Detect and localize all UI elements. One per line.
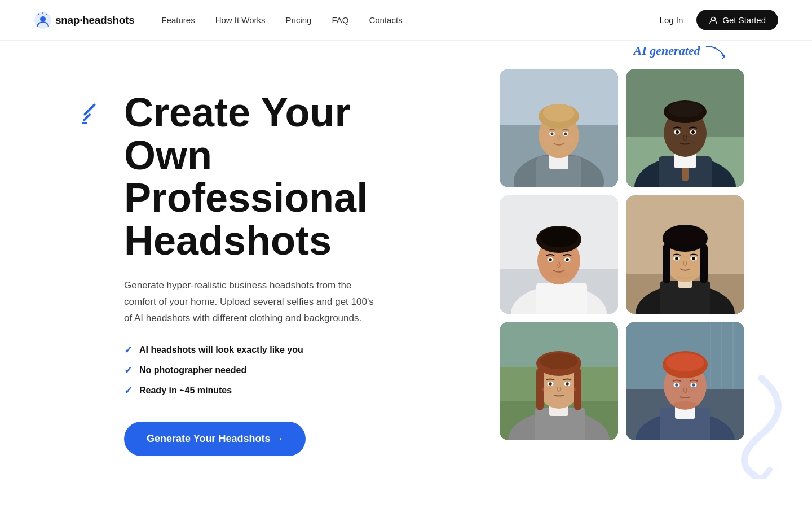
photo-cell-2 [626,69,744,187]
svg-point-92 [666,353,704,371]
svg-point-33 [676,130,679,134]
ai-generated-annotation: AI generated [634,43,727,61]
portrait-3 [500,195,618,314]
hero-content: Create Your Own Professional Headshots G… [124,75,417,456]
portrait-2 [626,69,744,187]
ai-arrow-icon [705,44,727,61]
nav-links: Features How It Works Pricing FAQ Contac… [161,15,402,25]
photo-cell-1 [500,69,618,187]
photo-cell-4 [626,195,744,314]
photo-grid [500,69,744,440]
nav-link-faq[interactable]: FAQ [332,15,348,25]
navbar: snap·headshots Features How It Works Pri… [0,0,812,41]
logo-text: snap·headshots [55,14,134,27]
user-icon [709,16,718,25]
nav-link-features[interactable]: Features [161,15,195,25]
hero-description: Generate hyper-realistic business headsh… [124,278,383,327]
photo-cell-6 [626,322,744,440]
svg-point-45 [549,258,552,261]
svg-point-78 [566,382,569,386]
svg-point-99 [678,389,679,390]
check-icon-2: ✓ [124,364,133,376]
portrait-6 [626,322,744,440]
photo-cell-5 [500,322,618,440]
svg-rect-56 [663,244,670,283]
nav-link-contacts[interactable]: Contacts [369,15,402,25]
svg-point-97 [692,383,695,387]
svg-point-17 [551,133,554,135]
portrait-1 [500,69,618,187]
svg-point-100 [691,390,692,391]
nav-link-how-it-works[interactable]: How It Works [215,15,266,25]
svg-point-20 [565,137,574,142]
deco-dashes [82,108,98,124]
logo[interactable]: snap·headshots [34,11,134,29]
hero-title: Create Your Own Professional Headshots [124,91,417,262]
svg-point-93 [673,401,698,409]
nav-left: snap·headshots Features How It Works Pri… [34,11,403,29]
generate-headshots-button[interactable]: Generate Your Headshots → [124,422,306,456]
svg-point-62 [692,257,695,260]
svg-point-30 [668,102,702,117]
svg-point-14 [543,104,575,122]
svg-point-46 [566,258,569,261]
check-icon-1: ✓ [124,344,133,356]
feature-item-2: ✓ No photographer needed [124,364,417,376]
svg-point-79 [542,387,552,392]
feature-item-3: ✓ Ready in ~45 minutes [124,384,417,397]
svg-point-96 [675,383,678,387]
nav-right: Log In Get Started [660,10,778,30]
feature-list: ✓ AI headshots will look exactly like yo… [124,344,417,397]
check-icon-3: ✓ [124,384,133,397]
feature-label-1: AI headshots will look exactly like you [139,345,303,355]
login-button[interactable]: Log In [660,15,683,25]
svg-point-80 [566,387,576,392]
svg-point-61 [675,257,678,260]
svg-point-101 [694,389,695,390]
feature-label-2: No photographer needed [139,365,246,375]
portrait-5 [500,322,618,440]
get-started-button[interactable]: Get Started [696,10,778,30]
svg-point-18 [564,133,567,135]
svg-point-19 [544,137,553,142]
svg-point-58 [665,227,705,245]
svg-rect-57 [700,244,708,283]
svg-point-34 [691,130,695,134]
svg-rect-38 [536,283,587,314]
feature-item-1: ✓ AI headshots will look exactly like yo… [124,344,417,356]
svg-point-98 [675,390,676,391]
hero-section: Create Your Own Professional Headshots G… [0,41,812,479]
deco-dash-3 [82,122,87,124]
photo-grid-wrapper: AI generated [500,75,778,440]
svg-point-47 [549,271,569,278]
nav-link-pricing[interactable]: Pricing [286,15,312,25]
svg-point-1 [40,16,46,22]
ai-generated-label: AI generated [634,43,700,58]
logo-icon [34,11,52,29]
portrait-4 [626,195,744,314]
svg-point-74 [540,353,578,369]
photo-cell-3 [500,195,618,314]
feature-label-3: Ready in ~45 minutes [139,386,232,396]
svg-point-77 [549,382,552,386]
get-started-label: Get Started [722,15,766,25]
svg-point-42 [540,227,578,247]
